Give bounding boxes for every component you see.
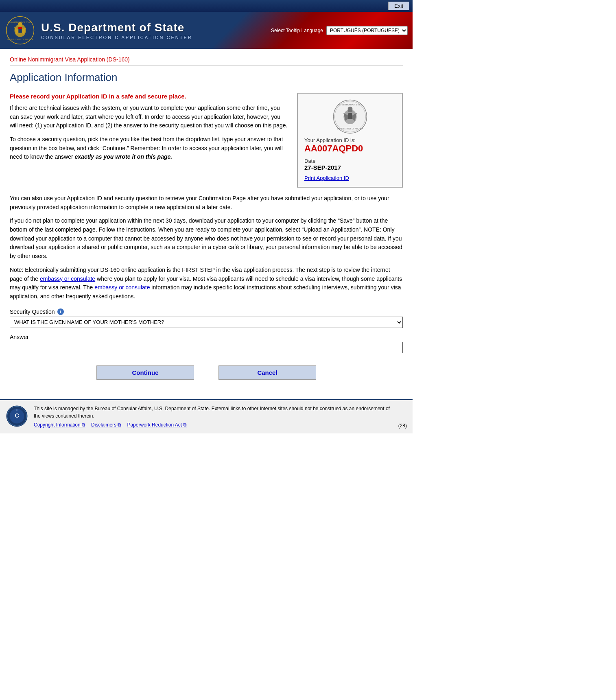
paperwork-reduction-act-link[interactable]: Paperwork Reduction Act ⧉ xyxy=(127,421,187,429)
agency-title: U.S. Department of State CONSULAR ELECTR… xyxy=(41,21,271,40)
footer-seal-icon: C C xyxy=(6,405,28,427)
svg-text:UNITED STATES OF AMERICA: UNITED STATES OF AMERICA xyxy=(7,39,33,41)
footer: C C This site is managed by the Bureau o… xyxy=(0,399,413,433)
embassy-consulate-link-2[interactable]: embassy or consulate xyxy=(94,284,150,291)
paragraph-2: To choose a security question, pick the … xyxy=(10,135,289,162)
paragraph-1: If there are technical issues with the s… xyxy=(10,104,289,130)
full-text-sections: You can also use your Application ID and… xyxy=(10,194,403,301)
security-question-label: Security Question i xyxy=(10,308,403,315)
agency-name: U.S. Department of State xyxy=(41,21,184,34)
tooltip-lang-label: Select Tooltip Language xyxy=(271,28,323,33)
form-section: Security Question i WHAT IS THE GIVEN NA… xyxy=(10,308,403,353)
copyright-information-link[interactable]: Copyright Information ⧉ xyxy=(34,421,85,429)
answer-label: Answer xyxy=(10,334,403,340)
tooltip-lang-select[interactable]: PORTUGUÊS (PORTUGUESE) xyxy=(326,26,408,35)
security-question-select[interactable]: WHAT IS THE GIVEN NAME OF YOUR MOTHER'S … xyxy=(10,317,403,328)
page-number: (28) xyxy=(398,423,407,429)
divider xyxy=(10,65,403,66)
app-id-label: Your Application ID is: xyxy=(304,137,356,143)
svg-rect-20 xyxy=(348,113,352,119)
cancel-button[interactable]: Cancel xyxy=(218,365,316,380)
embassy-consulate-link-1[interactable]: embassy or consulate xyxy=(40,276,95,282)
exit-button[interactable]: Exit xyxy=(388,2,409,10)
print-application-id-link[interactable]: Print Application ID xyxy=(304,175,349,181)
paragraph-5: Note: Electronically submitting your DS-… xyxy=(10,266,403,301)
footer-links: Copyright Information ⧉ Disclaimers ⧉ Pa… xyxy=(34,421,393,429)
agency-subtitle: CONSULAR ELECTRONIC APPLICATION CENTER xyxy=(41,35,271,40)
continue-button[interactable]: Continue xyxy=(96,365,194,380)
date-label: Date xyxy=(304,158,315,164)
header: DEPARTMENT OF STATE UNITED STATES OF AME… xyxy=(0,12,413,49)
svg-text:DEPARTMENT OF STATE: DEPARTMENT OF STATE xyxy=(338,103,363,106)
tooltip-language-selector[interactable]: Select Tooltip Language PORTUGUÊS (PORTU… xyxy=(271,26,408,35)
breadcrumb[interactable]: Online Nonimmigrant Visa Application (DS… xyxy=(10,56,403,63)
paragraph-3: You can also use your Application ID and… xyxy=(10,194,403,212)
footer-description: This site is managed by the Bureau of Co… xyxy=(34,405,393,420)
svg-rect-10 xyxy=(18,27,22,29)
svg-text:C: C xyxy=(15,412,19,419)
svg-point-8 xyxy=(18,22,22,26)
card-seal-icon: DEPARTMENT OF STATE UNITED STATES OF AME… xyxy=(333,99,367,134)
security-question-info-icon[interactable]: i xyxy=(57,308,64,315)
page-title: Application Information xyxy=(10,71,403,84)
svg-point-19 xyxy=(347,107,352,112)
p2-bold: exactly as you wrote it on this page. xyxy=(75,153,173,160)
content-area: Please record your Application ID in a s… xyxy=(10,93,403,188)
svg-text:UNITED STATES OF AMERICA: UNITED STATES OF AMERICA xyxy=(337,128,363,130)
top-bar: Exit xyxy=(0,0,413,12)
security-question-row: Security Question i WHAT IS THE GIVEN NA… xyxy=(10,308,403,328)
app-id-value: AA007AQPD0 xyxy=(304,143,363,154)
paragraph-4: If you do not plan to complete your appl… xyxy=(10,217,403,260)
footer-text: This site is managed by the Bureau of Co… xyxy=(34,405,393,429)
application-id-card: DEPARTMENT OF STATE UNITED STATES OF AME… xyxy=(297,93,403,188)
answer-row: Answer xyxy=(10,334,403,353)
button-row: Continue Cancel xyxy=(10,365,403,380)
date-value: 27-SEP-2017 xyxy=(304,164,341,171)
left-text: Please record your Application ID in a s… xyxy=(10,93,289,188)
alert-text: Please record your Application ID in a s… xyxy=(10,93,289,100)
us-seal-icon: DEPARTMENT OF STATE UNITED STATES OF AME… xyxy=(5,15,35,46)
disclaimers-link[interactable]: Disclaimers ⧉ xyxy=(91,421,121,429)
main-content: Online Nonimmigrant Visa Application (DS… xyxy=(0,49,413,399)
answer-input[interactable] xyxy=(10,342,403,353)
